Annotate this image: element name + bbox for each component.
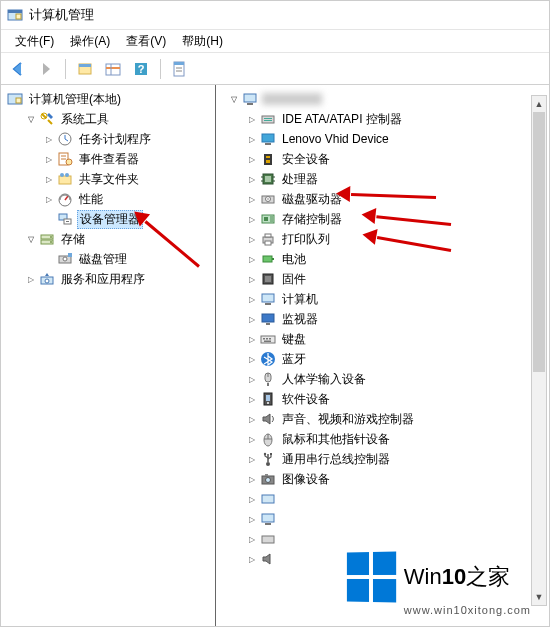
node-battery[interactable]: 电池 [244, 249, 549, 269]
menu-file[interactable]: 文件(F) [7, 31, 62, 52]
node-shared-folders[interactable]: 共享文件夹 [41, 169, 215, 189]
node-security[interactable]: 安全设备 [244, 149, 549, 169]
node-label: 共享文件夹 [77, 171, 141, 188]
expand-icon[interactable] [246, 453, 258, 465]
expand-icon[interactable] [246, 133, 258, 145]
expand-icon[interactable] [25, 233, 37, 245]
node-label: 电池 [280, 251, 308, 268]
menu-action[interactable]: 操作(A) [62, 31, 118, 52]
expand-icon[interactable] [246, 253, 258, 265]
node-lenovo[interactable]: Lenovo Vhid Device [244, 129, 549, 149]
expand-icon[interactable] [246, 413, 258, 425]
expand-icon[interactable] [246, 193, 258, 205]
expand-icon[interactable] [246, 153, 258, 165]
node-task-scheduler[interactable]: 任务计划程序 [41, 129, 215, 149]
node-keyboard[interactable]: 键盘 [244, 329, 549, 349]
node-truncated-1[interactable] [244, 489, 549, 509]
node-sound[interactable]: 声音、视频和游戏控制器 [244, 409, 549, 429]
node-label: IDE ATA/ATAPI 控制器 [280, 111, 404, 128]
svg-point-93 [266, 478, 271, 483]
svg-rect-81 [267, 383, 269, 386]
svg-rect-44 [265, 143, 271, 145]
node-truncated-2[interactable] [244, 509, 549, 529]
expand-icon[interactable] [246, 313, 258, 325]
svg-rect-96 [262, 514, 274, 522]
lenovo-icon [260, 131, 276, 147]
expand-icon[interactable] [246, 473, 258, 485]
expand-icon[interactable] [43, 173, 55, 185]
node-truncated-3[interactable] [244, 529, 549, 549]
expand-icon[interactable] [246, 233, 258, 245]
forward-button[interactable] [33, 56, 59, 82]
scroll-up-arrow[interactable]: ▲ [532, 96, 546, 112]
expand-icon[interactable] [246, 113, 258, 125]
node-imaging[interactable]: 图像设备 [244, 469, 549, 489]
node-mouse[interactable]: 鼠标和其他指针设备 [244, 429, 549, 449]
expand-icon[interactable] [246, 293, 258, 305]
node-root[interactable]: 计算机管理(本地) [5, 89, 215, 109]
clock-icon [57, 131, 73, 147]
svg-rect-75 [266, 338, 268, 340]
expand-icon[interactable] [43, 133, 55, 145]
view-button[interactable] [100, 56, 126, 82]
svg-text:?: ? [138, 63, 145, 75]
expand-icon[interactable] [246, 213, 258, 225]
menu-view[interactable]: 查看(V) [118, 31, 174, 52]
node-disk-drives[interactable]: 磁盘驱动器 [244, 189, 549, 209]
svg-rect-35 [68, 253, 72, 257]
expand-icon[interactable] [246, 273, 258, 285]
expand-icon[interactable] [43, 153, 55, 165]
keyboard-icon [260, 331, 276, 347]
security-icon [260, 151, 276, 167]
expand-icon[interactable] [246, 533, 258, 545]
node-hid[interactable]: 人体学输入设备 [244, 369, 549, 389]
node-label: 计算机 [280, 291, 320, 308]
up-button[interactable] [72, 56, 98, 82]
node-storage[interactable]: 存储 [23, 229, 215, 249]
expand-icon[interactable] [246, 173, 258, 185]
svg-point-31 [50, 236, 52, 238]
expand-icon[interactable] [246, 333, 258, 345]
svg-rect-45 [264, 154, 272, 165]
node-bluetooth[interactable]: 蓝牙 [244, 349, 549, 369]
node-monitor[interactable]: 监视器 [244, 309, 549, 329]
generic-icon [260, 491, 276, 507]
monitor-icon [260, 311, 276, 327]
node-ide[interactable]: IDE ATA/ATAPI 控制器 [244, 109, 549, 129]
content-area: 计算机管理(本地) 系统工具 [1, 85, 549, 626]
node-system-tools[interactable]: 系统工具 [23, 109, 215, 129]
expand-icon[interactable] [25, 113, 37, 125]
node-processor[interactable]: 处理器 [244, 169, 549, 189]
expand-icon[interactable] [246, 353, 258, 365]
scroll-down-arrow[interactable]: ▼ [532, 589, 546, 605]
expand-icon[interactable] [25, 273, 37, 285]
vertical-scrollbar[interactable]: ▲ ▼ [531, 95, 547, 606]
expand-icon[interactable] [43, 193, 55, 205]
node-services-apps[interactable]: 服务和应用程序 [23, 269, 215, 289]
expand-icon[interactable] [246, 393, 258, 405]
menu-help[interactable]: 帮助(H) [174, 31, 231, 52]
node-label: 磁盘管理 [77, 251, 129, 268]
expand-icon[interactable] [246, 493, 258, 505]
scroll-thumb[interactable] [533, 112, 545, 372]
node-computer-root[interactable] [226, 89, 549, 109]
svg-point-32 [50, 241, 52, 243]
svg-rect-95 [262, 495, 274, 503]
expand-icon[interactable] [246, 513, 258, 525]
node-firmware[interactable]: 固件 [244, 269, 549, 289]
back-button[interactable] [5, 56, 31, 82]
storage-icon [39, 231, 55, 247]
properties-button[interactable] [167, 56, 193, 82]
node-usb[interactable]: 通用串行总线控制器 [244, 449, 549, 469]
expand-icon[interactable] [246, 433, 258, 445]
expand-icon[interactable] [246, 553, 258, 565]
node-event-viewer[interactable]: 事件查看器 [41, 149, 215, 169]
expand-icon[interactable] [228, 93, 240, 105]
svg-rect-46 [266, 156, 270, 158]
generic-icon [260, 511, 276, 527]
expand-icon[interactable] [246, 373, 258, 385]
help-button[interactable]: ? [128, 56, 154, 82]
svg-rect-74 [263, 338, 265, 340]
node-software[interactable]: 软件设备 [244, 389, 549, 409]
node-computer[interactable]: 计算机 [244, 289, 549, 309]
